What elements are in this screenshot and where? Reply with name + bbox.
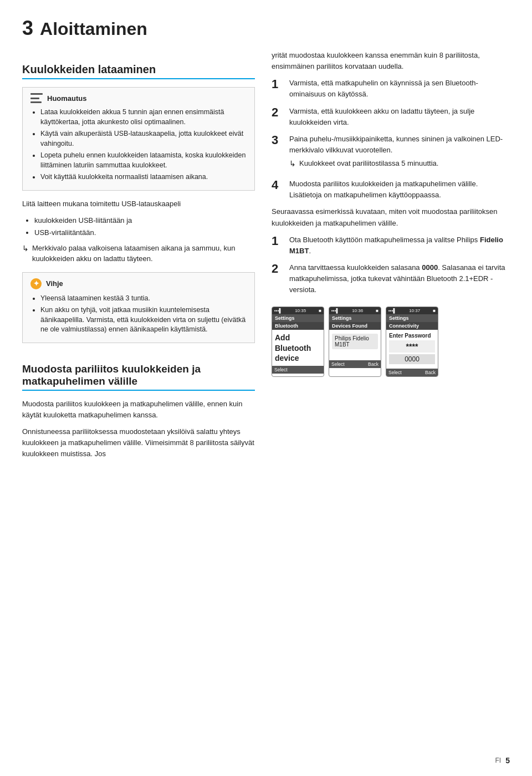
tip-header: ✦ Vihje <box>30 278 247 289</box>
phone-body-text-1: AddBluetoothdevice <box>275 333 321 363</box>
tip-label: Vihje <box>46 279 63 288</box>
step-3: 3 Paina puhelu-/musiikkipainiketta, kunn… <box>272 134 510 173</box>
phone-footer-2: Select Back <box>329 360 381 368</box>
para-between: Seuraavassa esimerkissä kuvataan, miten … <box>272 206 510 228</box>
phone-footer-1: Select <box>272 366 324 374</box>
right-column: yrität muodostaa kuulokkeen kanssa enemm… <box>272 50 510 465</box>
step-number: 2 <box>272 106 284 128</box>
step-number: 1 <box>272 78 284 100</box>
phone-footer-3: Select Back <box>386 369 438 376</box>
step-bold: 0000 <box>422 263 438 272</box>
tip-box: ✦ Vihje Yleensä lataaminen kestää 3 tunt… <box>22 272 255 343</box>
arrow-symbol: ↳ <box>22 243 29 264</box>
arrow-item-light: ↳ Merkkivalo palaa valkoisena lataamisen… <box>22 243 255 264</box>
phone-back-3[interactable]: Back <box>425 370 436 375</box>
step-text-pre: Ota Bluetooth käyttöön matkapuhelimessa … <box>289 236 480 244</box>
phone-body-3: Enter Password **** 0000 <box>386 330 438 369</box>
footer-lang: FI <box>495 757 502 764</box>
body-text-usb: Liitä laitteen mukana toimitettu USB-lat… <box>22 198 255 210</box>
phone-menu-1: Bluetooth <box>272 322 324 330</box>
phone-battery-3: ■ <box>433 308 436 313</box>
pairing-intro: Muodosta pariliitos kuulokkeen ja matkap… <box>22 399 255 421</box>
step-1: 1 Varmista, että matkapuhelin on käynnis… <box>272 78 510 100</box>
step-text: Muodosta pariliitos kuulokkeiden ja matk… <box>289 178 510 201</box>
phone-time-2: 10:36 <box>352 308 363 313</box>
step-b2: 2 Anna tarvittaessa kuulokkeiden salasan… <box>272 262 510 295</box>
step-2: 2 Varmista, että kuulokkeen akku on lada… <box>272 106 510 128</box>
phone-menu-2: Devices Found <box>329 322 381 330</box>
phone-body-2: Philips Fidelio M1BT <box>329 330 381 360</box>
list-item: Lopeta puhelu ennen kuulokkeiden lataami… <box>40 151 247 170</box>
step-number: 1 <box>272 234 284 257</box>
list-item: USB-virtaliitäntään. <box>34 227 255 238</box>
step-text-main: Paina puhelu-/musiikkipainiketta, kunnes… <box>289 135 503 154</box>
chapter-heading: 3 Aloittaminen <box>22 17 510 40</box>
phone-mockup-3: ▪▪▪▌ 10:37 ■ Settings Connectivity Enter… <box>386 307 438 377</box>
phone-time-3: 10:37 <box>409 308 420 313</box>
phone-menu-label-2: Devices Found <box>332 323 367 329</box>
section-heading-charging: Kuulokkeiden lataaminen <box>22 63 255 79</box>
arrow-symbol: ↳ <box>289 158 296 170</box>
step-4: 4 Muodosta pariliitos kuulokkeiden ja ma… <box>272 178 510 201</box>
step-text-b2: Anna tarvittaessa kuulokkeiden salasana … <box>289 262 510 295</box>
list-item: Voit käyttää kuulokkeita normaalisti lat… <box>40 172 247 182</box>
phone-menu-label-1: Bluetooth <box>275 323 298 329</box>
sub-arrow-text: Kuulokkeet ovat pariliitostilassa 5 minu… <box>299 158 438 170</box>
phone-title-label-3: Settings <box>389 315 409 321</box>
phone-select-2[interactable]: Select <box>331 361 345 367</box>
arrow-text: Merkkivalo palaa valkoisena lataamisen a… <box>32 243 255 264</box>
phone-select-3[interactable]: Select <box>388 370 402 375</box>
chapter-title: Aloittaminen <box>40 19 147 39</box>
usb-bullets: kuulokkeiden USB-liitäntään ja USB-virta… <box>22 215 255 238</box>
note-icon <box>30 93 43 103</box>
footer-page: 5 <box>505 756 510 765</box>
phone-title-label-2: Settings <box>332 315 352 321</box>
phone-password-stars: **** <box>389 340 435 353</box>
phone-body-1: AddBluetoothdevice <box>272 330 324 366</box>
step-sub-arrow: ↳ Kuulokkeet ovat pariliitostilassa 5 mi… <box>289 158 510 170</box>
step-text-3: Paina puhelu-/musiikkipainiketta, kunnes… <box>289 134 510 173</box>
tip-list: Yleensä lataaminen kestää 3 tuntia. Kun … <box>30 294 247 335</box>
tip-icon: ✦ <box>30 278 42 289</box>
note-list: Lataa kuulokkeiden akkua 5 tunnin ajan e… <box>30 108 247 182</box>
phone-status-bar-3: ▪▪▪▌ 10:37 ■ <box>386 307 438 314</box>
phone-title-1: Settings <box>272 314 324 322</box>
phones-row: ▪▪▪▌ 10:35 ■ Settings Bluetooth AddBluet… <box>272 307 510 377</box>
phone-time-1: 10:35 <box>295 308 306 313</box>
step-text: Varmista, että matkapuhelin on käynnissä… <box>289 78 510 100</box>
left-column: Kuulokkeiden lataaminen Huomautus Lataa … <box>22 50 255 465</box>
phone-title-3: Settings <box>386 314 438 322</box>
list-item: Lataa kuulokkeiden akkua 5 tunnin ajan e… <box>40 108 247 127</box>
phone-back-2[interactable]: Back <box>368 361 378 367</box>
phone-password-label: Enter Password <box>389 333 435 339</box>
step-number: 4 <box>272 178 284 201</box>
phone-title-2: Settings <box>329 314 381 322</box>
phone-status-bar-2: ▪▪▪▌ 10:36 ■ <box>329 307 381 314</box>
phone-device-item[interactable]: Philips Fidelio M1BT <box>332 334 378 349</box>
main-content: Kuulokkeiden lataaminen Huomautus Lataa … <box>22 50 510 465</box>
phone-select-1[interactable]: Select <box>274 367 288 372</box>
phone-signal-3: ▪▪▪▌ <box>388 308 396 313</box>
note-box: Huomautus Lataa kuulokkeiden akkua 5 tun… <box>22 87 255 191</box>
phone-signal-1: ▪▪▪▌ <box>274 308 282 313</box>
phone-mockup-2: ▪▪▪▌ 10:36 ■ Settings Devices Found Phil… <box>329 307 381 377</box>
phone-signal-2: ▪▪▪▌ <box>331 308 339 313</box>
phone-status-bar-1: ▪▪▪▌ 10:35 ■ <box>272 307 324 314</box>
chapter-number: 3 <box>22 17 33 40</box>
list-item: Käytä vain alkuperäistä USB-latauskaapel… <box>40 129 247 149</box>
pairing-para2: Onnistuneessa pariliitoksessa muodosteta… <box>22 426 255 460</box>
step-number: 2 <box>272 262 284 295</box>
phone-battery-2: ■ <box>376 308 378 313</box>
step-text-post: . <box>309 247 311 255</box>
step-number: 3 <box>272 134 284 173</box>
list-item: Kun akku on tyhjä, voit jatkaa musiikin … <box>40 305 247 335</box>
phone-menu-3: Connectivity <box>386 322 438 330</box>
note-label: Huomautus <box>47 94 87 103</box>
step-b1: 1 Ota Bluetooth käyttöön matkapuhelimess… <box>272 234 510 257</box>
step-text: Varmista, että kuulokkeen akku on ladatt… <box>289 106 510 128</box>
step-text-b1: Ota Bluetooth käyttöön matkapuhelimessa … <box>289 234 510 257</box>
list-item: Yleensä lataaminen kestää 3 tuntia. <box>40 294 247 304</box>
phone-menu-label-3: Connectivity <box>389 323 419 329</box>
phone-mockup-1: ▪▪▪▌ 10:35 ■ Settings Bluetooth AddBluet… <box>272 307 324 377</box>
phone-battery-1: ■ <box>319 308 321 313</box>
